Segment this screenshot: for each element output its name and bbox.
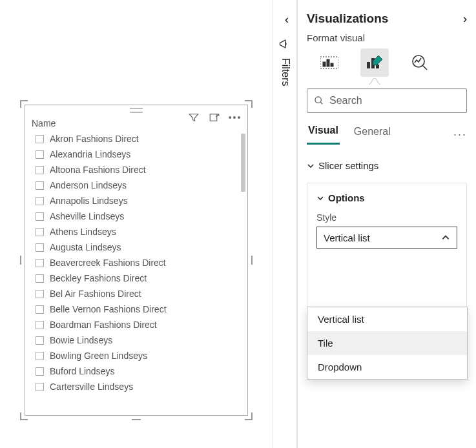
active-tab-pointer-icon (369, 78, 380, 85)
format-subtabs: Visual General ··· (307, 113, 467, 145)
slicer-settings-section[interactable]: Slicer settings (307, 160, 467, 171)
checkbox-icon[interactable] (36, 166, 44, 174)
options-label: Options (328, 192, 365, 203)
slicer-item-label: Belle Vernon Fashions Direct (50, 304, 167, 314)
format-search-input[interactable]: Search (307, 88, 467, 113)
slicer-body: Akron Fashions DirectAlexandria Lindseys… (25, 131, 247, 415)
slicer-item-label: Bowling Green Lindseys (50, 351, 147, 361)
slicer-item[interactable]: Altoona Fashions Direct (36, 162, 242, 178)
slicer-visual: ••• Name Akron Fashions DirectAlexandria… (25, 105, 248, 416)
slicer-item[interactable]: Anderson Lindseys (36, 178, 242, 193)
checkbox-icon[interactable] (36, 274, 44, 283)
megaphone-icon[interactable] (273, 37, 296, 52)
slicer-item-label: Beavercreek Fashions Direct (50, 258, 166, 268)
slicer-item-label: Asheville Lindseys (50, 211, 124, 221)
checkbox-icon[interactable] (36, 367, 44, 376)
slicer-item-label: Akron Fashions Direct (50, 134, 139, 144)
resize-handle-mr[interactable] (251, 256, 253, 265)
slicer-item[interactable]: Akron Fashions Direct (36, 131, 242, 147)
style-select[interactable]: Vertical list (316, 227, 457, 249)
report-canvas: ••• Name Akron Fashions DirectAlexandria… (0, 0, 273, 448)
scrollbar-thumb[interactable] (241, 134, 245, 192)
style-option-dropdown[interactable]: Dropdown (307, 355, 467, 379)
style-option-vertical-list[interactable]: Vertical list (307, 307, 467, 331)
slicer-item-label: Altoona Fashions Direct (50, 165, 146, 175)
slicer-item[interactable]: Cartersville Lindseys (36, 379, 242, 394)
slicer-item[interactable]: Bowling Green Lindseys (36, 348, 242, 363)
resize-handle-ml[interactable] (20, 256, 21, 265)
slicer-item[interactable]: Asheville Lindseys (36, 209, 242, 224)
pane-title: Visualizations (307, 12, 388, 26)
slicer-item[interactable]: Buford Lindseys (36, 363, 242, 379)
slicer-item-label: Alexandria Lindseys (50, 149, 130, 159)
slicer-item[interactable]: Annapolis Lindseys (36, 193, 242, 209)
search-placeholder: Search (329, 95, 362, 107)
slicer-item[interactable]: Athens Lindseys (36, 224, 242, 239)
slicer-item[interactable]: Bowie Lindseys (36, 332, 242, 348)
slicer-item-label: Athens Lindseys (50, 227, 116, 237)
slicer-item-label: Cartersville Lindseys (50, 382, 133, 392)
slicer-item-label: Annapolis Lindseys (50, 196, 128, 206)
slicer-item-label: Beckley Fashions Direct (50, 273, 147, 283)
checkbox-icon[interactable] (36, 150, 44, 159)
pane-subhead: Format visual (307, 30, 467, 48)
svg-point-9 (315, 97, 321, 103)
style-option-tile[interactable]: Tile (307, 331, 467, 355)
checkbox-icon[interactable] (36, 197, 44, 205)
checkbox-icon[interactable] (36, 135, 44, 143)
checkbox-icon[interactable] (36, 212, 44, 221)
visualizations-pane: Visualizations ›› Format visual Search (297, 0, 476, 448)
options-section[interactable]: Options (316, 192, 457, 203)
focus-mode-icon[interactable] (209, 112, 220, 123)
checkbox-icon[interactable] (36, 243, 44, 252)
slicer-item-label: Anderson Lindseys (50, 180, 127, 190)
svg-rect-5 (367, 62, 370, 68)
checkbox-icon[interactable] (36, 181, 44, 190)
slicer-item[interactable]: Bel Air Fashions Direct (36, 286, 242, 301)
slicer-item[interactable]: Belle Vernon Fashions Direct (36, 301, 242, 317)
slicer-item-label: Bowie Lindseys (50, 335, 112, 345)
slicer-item[interactable]: Beavercreek Fashions Direct (36, 255, 242, 270)
more-options-icon[interactable]: ••• (229, 112, 241, 123)
checkbox-icon[interactable] (36, 352, 44, 360)
chevron-down-icon (316, 194, 324, 202)
svg-rect-2 (323, 62, 326, 66)
build-visual-tab-icon[interactable] (315, 48, 344, 77)
checkbox-icon[interactable] (36, 228, 44, 236)
svg-rect-3 (327, 59, 329, 66)
checkbox-icon[interactable] (36, 305, 44, 314)
filter-icon[interactable] (188, 112, 200, 123)
checkbox-icon[interactable] (36, 383, 44, 391)
filters-pane-label[interactable]: Filters (280, 58, 291, 87)
slicer-item[interactable]: Augusta Lindseys (36, 239, 242, 255)
checkbox-icon[interactable] (36, 259, 44, 267)
drag-handle-icon[interactable] (130, 108, 143, 113)
slicer-item-label: Augusta Lindseys (50, 242, 121, 252)
expand-filters-icon[interactable]: ‹‹ (273, 13, 296, 26)
collapse-pane-icon[interactable]: ›› (463, 12, 467, 26)
collapsed-filters-pane: ‹‹ Filters (273, 0, 297, 448)
checkbox-icon[interactable] (36, 336, 44, 345)
svg-rect-0 (210, 114, 217, 121)
analytics-tab-icon[interactable] (406, 48, 434, 77)
slicer-item[interactable]: Boardman Fashions Direct (36, 317, 242, 332)
slicer-item-label: Bel Air Fashions Direct (50, 289, 141, 299)
checkbox-icon[interactable] (36, 321, 44, 329)
style-dropdown: Vertical listTileDropdown (307, 307, 468, 380)
slicer-item-label: Buford Lindseys (50, 366, 114, 376)
more-tabs-icon[interactable]: ··· (453, 128, 467, 141)
visual-clip (25, 406, 247, 415)
resize-handle-mb[interactable] (132, 419, 141, 420)
chevron-down-icon (307, 162, 315, 170)
format-visual-tab-icon[interactable] (360, 48, 389, 77)
style-selected-value: Vertical list (324, 232, 370, 243)
slicer-item-label: Boardman Fashions Direct (50, 320, 157, 330)
slicer-visual-selection[interactable]: ••• Name Akron Fashions DirectAlexandria… (22, 102, 251, 418)
style-label: Style (316, 203, 457, 227)
svg-rect-4 (331, 63, 333, 66)
slicer-item[interactable]: Alexandria Lindseys (36, 147, 242, 162)
slicer-item[interactable]: Beckley Fashions Direct (36, 270, 242, 286)
checkbox-icon[interactable] (36, 290, 44, 298)
tab-general[interactable]: General (353, 126, 392, 144)
tab-visual[interactable]: Visual (307, 125, 340, 145)
